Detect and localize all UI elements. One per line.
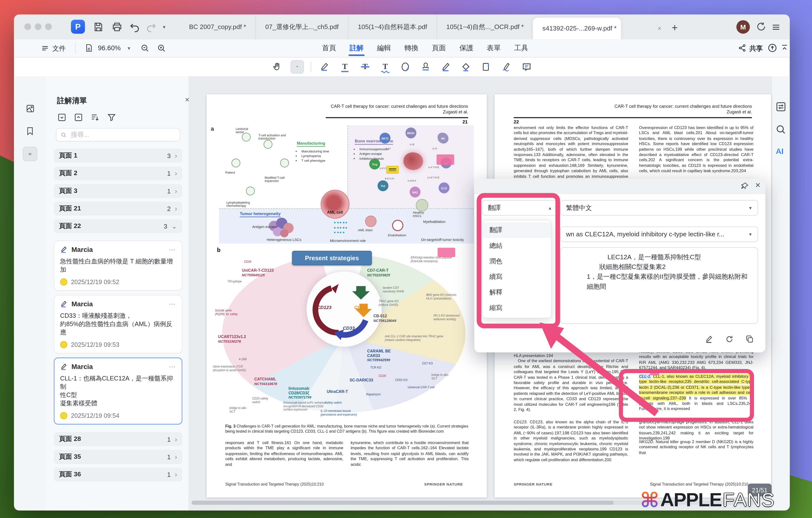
signature-icon[interactable] bbox=[500, 60, 513, 73]
zoom-out-icon[interactable] bbox=[140, 44, 150, 53]
scrollbar-thumb[interactable] bbox=[192, 501, 614, 505]
upload-cloud-icon[interactable] bbox=[767, 43, 777, 53]
page-group-row[interactable]: 頁面 35 1 › bbox=[54, 450, 182, 464]
ai-action-menu-item[interactable]: 續寫 bbox=[483, 269, 551, 284]
ribbon-menu-item[interactable]: 表單 bbox=[487, 39, 501, 57]
new-tab-button[interactable]: + bbox=[672, 22, 678, 34]
document-tab[interactable]: 07_選修化學上..._ch5.pdf bbox=[256, 15, 348, 39]
ribbon-menu-item[interactable]: 保護 bbox=[459, 39, 473, 57]
filter-icon[interactable] bbox=[107, 112, 116, 122]
undo-icon[interactable] bbox=[129, 21, 140, 33]
ink-pen-icon[interactable] bbox=[439, 60, 453, 73]
pin-icon[interactable] bbox=[741, 182, 749, 190]
copy-icon[interactable] bbox=[745, 335, 754, 344]
card-more-icon[interactable]: ⋯ bbox=[169, 300, 176, 308]
ribbon-menu-item[interactable]: 轉換 bbox=[405, 39, 418, 57]
text-box-icon[interactable] bbox=[480, 60, 493, 73]
sort-icon[interactable] bbox=[90, 112, 100, 122]
strikethrough-text-icon[interactable]: T bbox=[358, 60, 372, 73]
page-group-row[interactable]: 頁面 28 1 › bbox=[54, 432, 182, 446]
hamburger-menu-icon[interactable] bbox=[771, 22, 781, 32]
page-group-row[interactable]: 頁面 21 2 › bbox=[54, 202, 182, 216]
document-tab[interactable]: BC 2007_copy.pdf * bbox=[180, 15, 256, 39]
ai-action-menu-item[interactable]: 解釋 bbox=[483, 284, 551, 300]
share-label[interactable]: 共享 bbox=[749, 44, 763, 53]
history-dropdown-icon[interactable]: ▼ bbox=[162, 25, 166, 29]
minimize-window-button[interactable] bbox=[35, 23, 41, 30]
squiggly-text-icon[interactable]: T bbox=[378, 60, 392, 73]
freeform-highlight-icon[interactable] bbox=[399, 60, 412, 73]
strategy-note: TCR KO bbox=[370, 366, 381, 369]
highlight-result-icon[interactable] bbox=[705, 335, 714, 344]
pan-hand-icon[interactable] bbox=[270, 60, 284, 73]
ribbon-menu-item[interactable]: 編輯 bbox=[377, 39, 391, 57]
stamp-icon[interactable] bbox=[419, 60, 432, 73]
document-tab[interactable]: s41392-025-...269-w.pdf * bbox=[533, 18, 621, 39]
expand-all-icon[interactable] bbox=[74, 112, 83, 122]
ai-action-menu-item[interactable]: 翻譯 bbox=[483, 222, 551, 238]
ribbon-menu-item[interactable]: 頁面 bbox=[432, 39, 446, 57]
sticky-note-icon[interactable] bbox=[386, 166, 399, 174]
annotation-card[interactable]: Marcia ⋯ CLL-1：也稱為CLEC12A，是一種髓系抑制 性C型 凝集… bbox=[54, 357, 182, 424]
ribbon-menu-item[interactable]: 註解 bbox=[349, 39, 364, 57]
regenerate-icon[interactable] bbox=[725, 335, 734, 344]
page-group-row[interactable]: 頁面 36 1 › bbox=[54, 467, 182, 482]
page-number: 22 bbox=[514, 119, 519, 125]
thumbnails-panel-icon[interactable] bbox=[23, 101, 37, 116]
page-group-row[interactable]: 頁面 3 1 › bbox=[54, 184, 182, 198]
highlight-icon[interactable] bbox=[318, 60, 331, 73]
translation-result[interactable]: LEC12A，是一種髓系抑制性C型狀細胞相關C型凝集素21，是一種C型凝集素樣的… bbox=[560, 247, 758, 324]
panel-close-icon[interactable]: × bbox=[185, 95, 190, 104]
document-tab[interactable]: 105(1~4)自然科題本.pdf bbox=[348, 15, 437, 39]
page-fit-icon[interactable] bbox=[84, 44, 93, 52]
collapse-toolbar-icon[interactable] bbox=[780, 44, 789, 52]
save-icon[interactable] bbox=[93, 21, 104, 33]
zoom-dropdown-icon[interactable]: ▼ bbox=[127, 46, 131, 51]
page-group-row[interactable]: 頁面 22 3 ⌄ bbox=[54, 219, 182, 233]
card-more-icon[interactable]: ⋯ bbox=[169, 246, 176, 253]
redo-icon[interactable] bbox=[145, 21, 157, 33]
card-more-icon[interactable]: ⋯ bbox=[169, 363, 176, 371]
ai-translate-popup[interactable]: ✕ 翻譯▲ 繁體中文▼ 翻譯總結潤色續寫解釋縮寫 wn as CLEC12A, … bbox=[474, 179, 765, 352]
annotation-card[interactable]: Marcia ⋯ 急性髓性白血病的特徵是 T 細胞的數量增加 2025/12/1… bbox=[54, 241, 182, 291]
ribbon-menu-item[interactable]: 首頁 bbox=[322, 39, 336, 57]
collapse-all-icon[interactable] bbox=[57, 112, 67, 122]
bookmarks-panel-icon[interactable] bbox=[23, 124, 37, 138]
close-tab-icon[interactable]: × bbox=[658, 25, 661, 32]
annotation-card[interactable]: Marcia ⋯ CD33：唾液酸殘基刺激， 約85%的急性髓性白血病（AML）… bbox=[54, 295, 182, 353]
panel-a-label: a bbox=[211, 125, 214, 132]
share-icon[interactable] bbox=[738, 44, 747, 52]
search-document-icon[interactable] bbox=[775, 124, 787, 135]
ai-action-select[interactable]: 翻譯▲ bbox=[482, 200, 558, 216]
properties-panel-icon[interactable] bbox=[775, 101, 787, 112]
shapes-icon[interactable] bbox=[459, 60, 473, 73]
pdf-page-21[interactable]: CAR-T cell therapy for cancer: current c… bbox=[207, 94, 487, 497]
file-menu-icon[interactable] bbox=[41, 44, 49, 52]
avatar[interactable]: M bbox=[736, 20, 750, 34]
zoom-window-button[interactable] bbox=[45, 23, 52, 30]
annotation-search[interactable] bbox=[56, 128, 180, 141]
target-language-select[interactable]: 繁體中文▼ bbox=[560, 200, 758, 216]
source-text-select[interactable]: wn as CLEC12A, myeloid inhibitory c-type… bbox=[560, 226, 758, 242]
sync-icon[interactable] bbox=[755, 22, 766, 32]
popup-close-icon[interactable]: ✕ bbox=[755, 182, 761, 189]
ai-assistant-icon[interactable]: AI bbox=[776, 146, 783, 155]
search-input[interactable] bbox=[70, 131, 175, 139]
zoom-value[interactable]: 96.60% bbox=[98, 44, 121, 52]
zoom-in-icon[interactable] bbox=[157, 44, 166, 53]
file-menu-label[interactable]: 文件 bbox=[52, 44, 66, 53]
ai-action-menu-item[interactable]: 縮寫 bbox=[483, 300, 551, 316]
print-icon[interactable] bbox=[111, 21, 123, 33]
annotations-panel-icon[interactable] bbox=[23, 146, 37, 161]
ai-action-menu-item[interactable]: 總結 bbox=[483, 238, 551, 253]
page-group-row[interactable]: 頁面 1 3 › bbox=[54, 149, 182, 163]
ai-action-menu-item[interactable]: 潤色 bbox=[483, 253, 551, 269]
close-window-button[interactable] bbox=[24, 23, 31, 30]
note-comment-icon[interactable] bbox=[520, 60, 533, 73]
document-tab[interactable]: 105(1~4)自然..._OCR.pdf * bbox=[437, 15, 533, 39]
ribbon-menu-item[interactable]: 工具 bbox=[514, 39, 528, 57]
select-cursor-icon[interactable] bbox=[290, 60, 304, 73]
page-group-row[interactable]: 頁面 2 1 › bbox=[54, 166, 182, 180]
underline-text-icon[interactable]: T bbox=[338, 60, 352, 73]
figure-label: AML blast bbox=[358, 228, 372, 232]
